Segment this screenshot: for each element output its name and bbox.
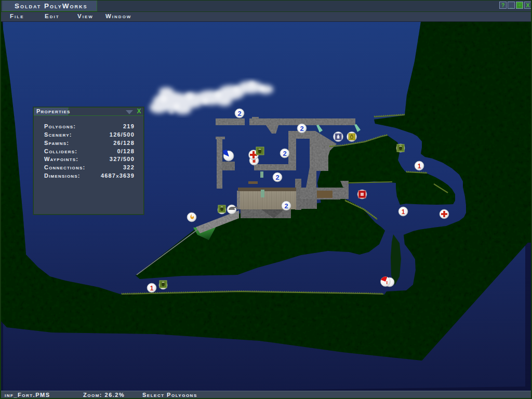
svg-text:2: 2 (237, 110, 241, 117)
svg-text:2: 2 (284, 202, 288, 210)
svg-text:2: 2 (283, 150, 286, 157)
svg-text:2: 2 (300, 125, 303, 132)
svg-text:1: 1 (402, 208, 405, 216)
svg-text:1: 1 (418, 163, 421, 170)
svg-text:2: 2 (275, 174, 279, 181)
svg-text:1: 1 (150, 285, 154, 292)
